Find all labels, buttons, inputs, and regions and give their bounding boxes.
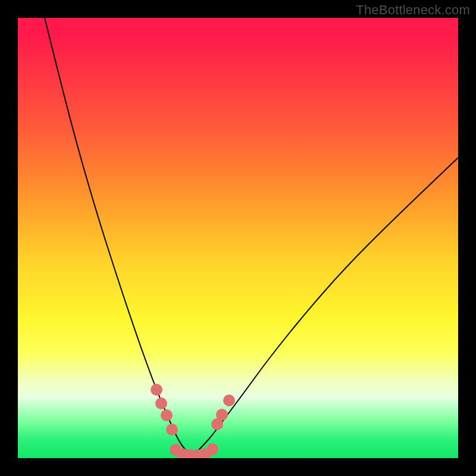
plot-area xyxy=(18,18,458,458)
left-curve xyxy=(45,18,192,456)
curves-svg xyxy=(18,18,458,458)
chart-frame: TheBottleneck.com xyxy=(0,0,476,476)
marker-dot xyxy=(223,394,235,406)
marker-dot xyxy=(216,409,228,421)
marker-dot xyxy=(166,424,178,436)
marker-dot xyxy=(155,397,167,409)
marker-dot xyxy=(161,409,173,421)
marker-dot xyxy=(206,443,218,455)
marker-dot xyxy=(151,384,162,396)
right-curve xyxy=(192,158,458,456)
watermark-text: TheBottleneck.com xyxy=(356,2,470,18)
